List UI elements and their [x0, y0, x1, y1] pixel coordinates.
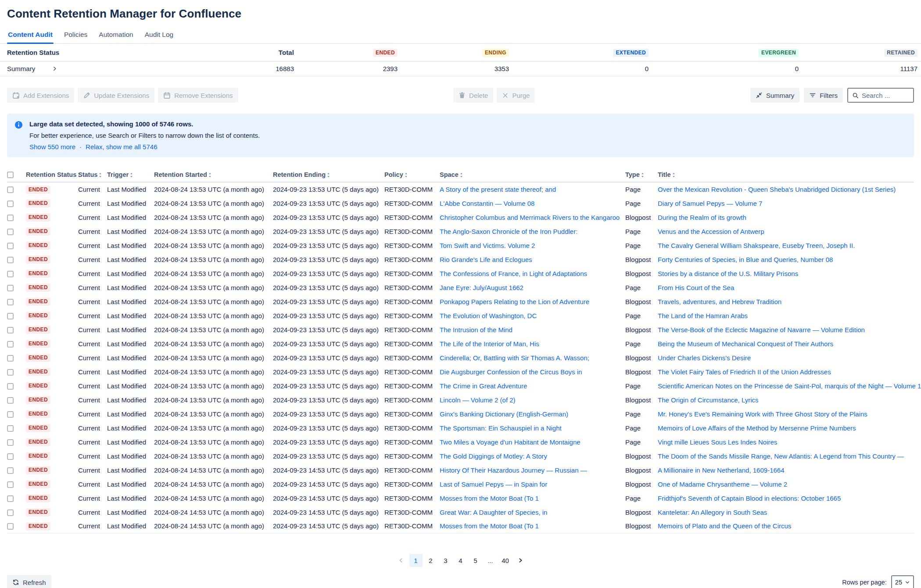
- title-link[interactable]: From His Court of the Sea: [658, 284, 734, 291]
- pagination-page[interactable]: 2: [424, 554, 437, 567]
- tab-policies[interactable]: Policies: [63, 31, 88, 43]
- purge-button[interactable]: Purge: [497, 88, 535, 103]
- header-space[interactable]: Space: [440, 168, 625, 182]
- title-link[interactable]: Venus and the Accession of Antwerp: [658, 228, 764, 235]
- select-all-checkbox[interactable]: [7, 172, 14, 178]
- tab-automation[interactable]: Automation: [98, 31, 134, 43]
- row-checkbox[interactable]: [7, 453, 14, 460]
- space-link[interactable]: The Sportsman: Ein Schauspiel in a Night: [440, 424, 562, 432]
- header-trigger[interactable]: Trigger: [107, 168, 154, 182]
- header-status[interactable]: Status: [78, 168, 107, 182]
- title-link[interactable]: The Doom of the Sands Missile Range, New…: [658, 452, 904, 460]
- space-link[interactable]: Last of Samuel Pepys — in Spain for: [440, 480, 547, 488]
- pagination-prev-button[interactable]: [394, 554, 408, 567]
- row-checkbox[interactable]: [7, 397, 14, 404]
- space-link[interactable]: Jane Eyre: July/August 1662: [440, 284, 523, 291]
- space-link[interactable]: Christopher Columbus and Merrimack River…: [440, 214, 620, 221]
- title-link[interactable]: The Cavalry General William Shakspeare, …: [658, 242, 855, 249]
- delete-button[interactable]: Delete: [453, 88, 493, 103]
- space-link[interactable]: Lincoln — Volume 2 (of 2): [440, 396, 516, 404]
- row-checkbox[interactable]: [7, 257, 14, 263]
- pagination-page[interactable]: 4: [454, 554, 467, 567]
- show-more-link[interactable]: Show 550 more: [29, 143, 75, 151]
- row-checkbox[interactable]: [7, 313, 14, 319]
- pagination-next-button[interactable]: [514, 554, 527, 567]
- title-link[interactable]: Stories by a distance of the U.S. Milita…: [658, 270, 798, 277]
- space-link[interactable]: A Story of the present state thereof; an…: [440, 186, 556, 193]
- space-link[interactable]: Mosses from the Motor Boat (To 1: [440, 495, 539, 502]
- header-retention-started[interactable]: Retention Started: [154, 168, 273, 182]
- remove-extensions-button[interactable]: Remove Extensions: [158, 88, 238, 103]
- row-checkbox[interactable]: [7, 243, 14, 249]
- space-link[interactable]: The Evolution of Washington, DC: [440, 312, 537, 319]
- space-link[interactable]: Cinderella; Or, Battling with Sir Thomas…: [440, 354, 589, 362]
- title-link[interactable]: Over the Mexican Revolution - Queen Sheb…: [658, 186, 896, 193]
- space-link[interactable]: History Of Their Hazardous Journey — Rus…: [440, 466, 587, 474]
- title-link[interactable]: Vingt mille Lieues Sous Les Indes Noires: [658, 438, 777, 446]
- title-link[interactable]: Scientific American Notes on the Princes…: [658, 382, 921, 390]
- row-checkbox[interactable]: [7, 186, 14, 193]
- title-link[interactable]: The Verse-Book of the Eclectic Magazine …: [658, 326, 865, 333]
- row-checkbox[interactable]: [7, 369, 14, 376]
- title-link[interactable]: Fridthjof's Seventh of Captain Blood in …: [658, 495, 841, 502]
- title-link[interactable]: Memoirs of Love Affairs of the Method by…: [658, 424, 856, 432]
- space-link[interactable]: The Anglo-Saxon Chronicle of the Iron Pu…: [440, 228, 577, 235]
- row-checkbox[interactable]: [7, 201, 14, 207]
- update-extensions-button[interactable]: Update Extensions: [78, 88, 154, 103]
- filters-button[interactable]: Filters: [804, 88, 843, 103]
- row-checkbox[interactable]: [7, 481, 14, 488]
- rows-per-page-select[interactable]: 25: [891, 575, 914, 588]
- title-link[interactable]: The Violet Fairy Tales of Friedrich II o…: [658, 368, 831, 376]
- title-link[interactable]: Diary of Samuel Pepys — Volume 7: [658, 200, 762, 207]
- summary-toggle-button[interactable]: Summary: [750, 88, 799, 103]
- space-link[interactable]: Tom Swift and Victims. Volume 2: [440, 242, 535, 249]
- row-checkbox[interactable]: [7, 327, 14, 333]
- space-link[interactable]: The Gold Diggings of Motley: A Story: [440, 452, 547, 460]
- row-checkbox[interactable]: [7, 229, 14, 235]
- row-checkbox[interactable]: [7, 425, 14, 432]
- title-link[interactable]: One of Madame Chrysantheme — Volume 2: [658, 480, 787, 488]
- row-checkbox[interactable]: [7, 215, 14, 221]
- pagination-page[interactable]: 3: [439, 554, 452, 567]
- title-link[interactable]: Under Charles Dickens's Desire: [658, 354, 751, 362]
- title-link[interactable]: Being the Museum of Mechanical Conquest …: [658, 340, 833, 348]
- space-link[interactable]: Mosses from the Motor Boat (To 1: [440, 522, 539, 530]
- space-link[interactable]: Rio Grande's Life and Eclogues: [440, 256, 532, 263]
- show-all-link[interactable]: Relax, show me all 5746: [86, 143, 157, 151]
- retention-summary-row[interactable]: Summary 16883 2393 3353 0 0 11137: [0, 61, 921, 76]
- space-link[interactable]: Die Augsburger Confession of the Circus …: [440, 368, 582, 376]
- title-link[interactable]: Travels, adventures, and Hebrew Traditio…: [658, 298, 781, 305]
- header-retention-ending[interactable]: Retention Ending: [273, 168, 384, 182]
- space-link[interactable]: Two Miles a Voyage d'un Habitant de Mont…: [440, 438, 581, 446]
- row-checkbox[interactable]: [7, 439, 14, 446]
- space-link[interactable]: The Confessions of France, in Light of A…: [440, 270, 587, 277]
- row-checkbox[interactable]: [7, 509, 14, 516]
- row-checkbox[interactable]: [7, 467, 14, 474]
- header-policy[interactable]: Policy: [384, 168, 440, 182]
- title-link[interactable]: A Millionaire in New Netherland, 1609-16…: [658, 466, 785, 474]
- refresh-button[interactable]: Refresh: [7, 575, 51, 588]
- title-link[interactable]: Forty Centuries of Species, in Blue and …: [658, 256, 833, 263]
- row-checkbox[interactable]: [7, 341, 14, 348]
- space-link[interactable]: The Intrusion of the Mind: [440, 326, 512, 333]
- title-link[interactable]: Memoirs of Plato and the Queen of the Ci…: [658, 522, 791, 530]
- row-checkbox[interactable]: [7, 383, 14, 390]
- space-link[interactable]: The Life of the Interior of Man, His: [440, 340, 539, 348]
- row-checkbox[interactable]: [7, 285, 14, 291]
- header-type[interactable]: Type: [625, 168, 658, 182]
- chevron-right-icon[interactable]: [52, 66, 57, 72]
- row-checkbox[interactable]: [7, 495, 14, 502]
- space-link[interactable]: The Crime in Great Adventure: [440, 382, 527, 390]
- row-checkbox[interactable]: [7, 411, 14, 418]
- title-link[interactable]: The Origin of Circumstance, Lyrics: [658, 396, 759, 404]
- pagination-page[interactable]: 5: [469, 554, 482, 567]
- space-link[interactable]: L'Abbe Constantin — Volume 08: [440, 200, 534, 207]
- title-link[interactable]: Kanteletar: An Allegory in South Seas: [658, 509, 767, 516]
- add-extensions-button[interactable]: Add Extensions: [7, 88, 74, 103]
- space-link[interactable]: Ginx's Banking Dictionary (English-Germa…: [440, 410, 568, 418]
- header-retention-status[interactable]: Retention Status: [20, 168, 78, 182]
- row-checkbox[interactable]: [7, 271, 14, 277]
- space-link[interactable]: Ponkapog Papers Relating to the Lion of …: [440, 298, 589, 305]
- row-checkbox[interactable]: [7, 355, 14, 362]
- pagination-page[interactable]: 40: [499, 554, 512, 567]
